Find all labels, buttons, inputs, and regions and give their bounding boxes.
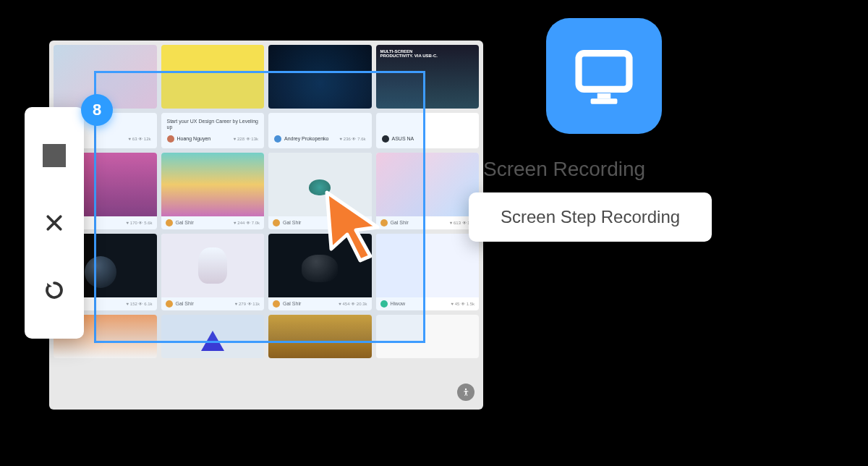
gallery-grid: MULTI-SCREEN PRODUCTIVITY. VIA USB-C. ♥ … xyxy=(49,41,483,315)
avatar xyxy=(382,135,389,143)
close-icon xyxy=(43,212,65,234)
svg-rect-1 xyxy=(579,54,629,90)
badge-number: 8 xyxy=(93,101,101,119)
svg-rect-3 xyxy=(591,98,618,103)
card-stats: ♥ 228 👁 13k xyxy=(234,137,258,141)
gallery-card[interactable]: Gal Shir♥ 279 👁 11k xyxy=(161,234,265,310)
cursor-pointer-icon xyxy=(318,187,391,269)
thumbnail xyxy=(161,234,265,297)
svg-point-0 xyxy=(465,389,467,390)
author-name: Gal Shir xyxy=(283,301,301,306)
avatar xyxy=(167,135,174,143)
thumbnail xyxy=(376,234,480,297)
author-name: Andrey Prokopenko xyxy=(284,136,328,141)
gallery-window: MULTI-SCREEN PRODUCTIVITY. VIA USB-C. ♥ … xyxy=(49,41,483,410)
author-name: Hoang Nguyen xyxy=(177,136,211,141)
author-name: Gal Shir xyxy=(176,301,194,306)
promo-card[interactable]: ASUS NA xyxy=(376,113,480,148)
card-stats: ♥ 63 👁 12k xyxy=(129,137,151,141)
avatar xyxy=(380,300,388,308)
bottom-row xyxy=(49,315,483,363)
promo-card[interactable]: Start your UX Design Career by Leveling … xyxy=(161,113,265,148)
step-count-badge: 8 xyxy=(81,94,113,126)
thumbnail: MULTI-SCREEN PRODUCTIVITY. VIA USB-C. xyxy=(376,45,480,109)
thumbnail xyxy=(161,153,265,216)
avatar xyxy=(273,300,280,308)
svg-rect-2 xyxy=(597,93,610,98)
gallery-card[interactable]: MULTI-SCREEN PRODUCTIVITY. VIA USB-C. xyxy=(376,45,480,109)
card-stats: ♥ 152 👁 6.1k xyxy=(127,302,153,306)
author-name: ASUS NA xyxy=(392,136,414,141)
region-select-button[interactable] xyxy=(41,142,68,169)
author-name: Gal Shir xyxy=(283,220,301,225)
avatar xyxy=(166,300,173,308)
card-stats: ♥ 236 👁 7.6k xyxy=(340,137,366,141)
restart-button[interactable] xyxy=(41,276,68,304)
refresh-icon xyxy=(43,279,65,301)
thumbnail xyxy=(376,153,480,216)
app-icon xyxy=(546,18,662,134)
monitor-icon xyxy=(571,43,637,109)
gallery-card[interactable] xyxy=(268,45,372,109)
promo-title: Start your UX Design Career by Leveling … xyxy=(167,119,259,131)
context-menu: Screen Recording Screen Step Recording xyxy=(469,158,712,242)
author-name: Hiwow xyxy=(391,301,406,306)
accessibility-icon[interactable] xyxy=(457,384,475,401)
avatar xyxy=(166,219,173,226)
promo-card[interactable]: Andrey Prokopenko♥ 236 👁 7.6k xyxy=(268,113,372,148)
thumbnail-partial[interactable] xyxy=(268,315,372,358)
avatar xyxy=(273,219,280,226)
card-stats: ♥ 45 👁 1.5k xyxy=(451,302,475,306)
card-stats: ♥ 454 👁 20.3k xyxy=(339,302,367,306)
capture-toolbar xyxy=(25,107,84,339)
thumbnail-partial[interactable] xyxy=(161,315,265,358)
author-name: Gal Shir xyxy=(176,220,194,225)
gallery-card[interactable]: Hiwow♥ 45 👁 1.5k xyxy=(376,234,480,310)
card-stats: ♥ 244 👁 7.0k xyxy=(234,221,260,225)
square-icon xyxy=(43,144,66,167)
gallery-card[interactable] xyxy=(161,45,265,109)
thumbnail-partial[interactable] xyxy=(376,315,480,358)
card-stats: ♥ 279 👁 11k xyxy=(235,302,260,306)
thumbnail xyxy=(268,45,372,109)
gallery-card[interactable]: Gal Shir♥ 613 👁 17k xyxy=(376,153,480,229)
cancel-button[interactable] xyxy=(41,209,68,237)
menu-item-recording[interactable]: Screen Recording xyxy=(469,158,712,181)
author-name: Gal Shir xyxy=(391,220,409,225)
gallery-card[interactable]: Gal Shir♥ 244 👁 7.0k xyxy=(161,153,265,229)
menu-item-step-recording[interactable]: Screen Step Recording xyxy=(469,192,712,242)
ad-headline: MULTI-SCREEN PRODUCTIVITY. VIA USB-C. xyxy=(380,49,438,58)
avatar xyxy=(274,135,281,143)
thumbnail xyxy=(161,45,265,109)
card-stats: ♥ 170 👁 5.6k xyxy=(127,221,153,225)
